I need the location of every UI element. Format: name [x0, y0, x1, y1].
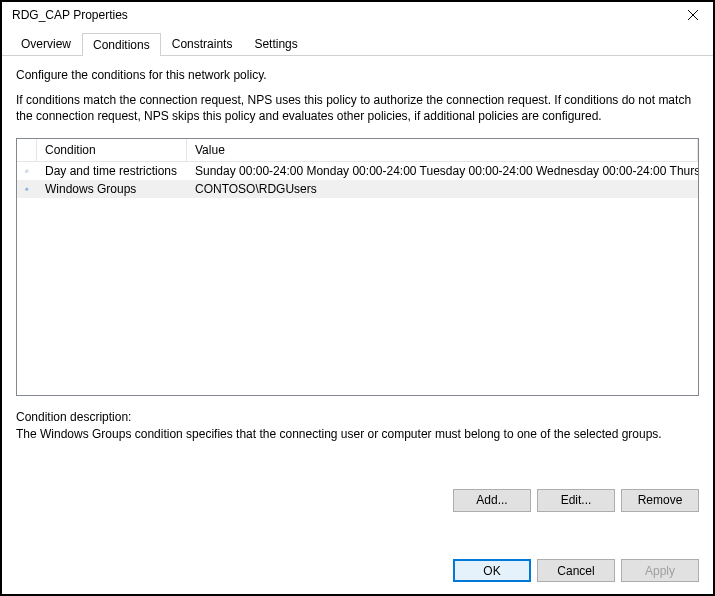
- add-button[interactable]: Add...: [453, 489, 531, 512]
- dialog-footer: OK Cancel Apply: [2, 551, 713, 594]
- remove-button[interactable]: Remove: [621, 489, 699, 512]
- row-value: Sunday 00:00-24:00 Monday 00:00-24:00 Tu…: [187, 164, 698, 178]
- clock-icon: [25, 163, 29, 179]
- tabstrip: Overview Conditions Constraints Settings: [2, 28, 713, 56]
- row-value: CONTOSO\RDGUsers: [187, 182, 698, 196]
- intro-primary: Configure the conditions for this networ…: [16, 68, 699, 82]
- tab-content: Configure the conditions for this networ…: [2, 56, 713, 551]
- svg-point-6: [26, 188, 27, 189]
- edit-button[interactable]: Edit...: [537, 489, 615, 512]
- table-row[interactable]: Day and time restrictions Sunday 00:00-2…: [17, 162, 698, 180]
- close-button[interactable]: [673, 2, 713, 28]
- svg-point-7: [27, 188, 28, 189]
- intro-secondary: If conditions match the connection reque…: [16, 92, 699, 124]
- ok-button[interactable]: OK: [453, 559, 531, 582]
- cancel-button[interactable]: Cancel: [537, 559, 615, 582]
- titlebar: RDG_CAP Properties: [2, 2, 713, 28]
- column-header-value[interactable]: Value: [187, 139, 698, 161]
- column-header-condition[interactable]: Condition: [37, 139, 187, 161]
- window-title: RDG_CAP Properties: [12, 8, 128, 22]
- row-condition: Day and time restrictions: [37, 164, 187, 178]
- column-header-icon[interactable]: [17, 139, 37, 161]
- tab-settings[interactable]: Settings: [243, 32, 308, 55]
- listview-header: Condition Value: [17, 139, 698, 162]
- tab-constraints[interactable]: Constraints: [161, 32, 244, 55]
- description-text: The Windows Groups condition specifies t…: [16, 426, 699, 442]
- group-icon: [25, 181, 29, 197]
- row-condition: Windows Groups: [37, 182, 187, 196]
- tab-conditions[interactable]: Conditions: [82, 33, 161, 56]
- condition-button-row: Add... Edit... Remove: [16, 489, 699, 512]
- tab-overview[interactable]: Overview: [10, 32, 82, 55]
- description-label: Condition description:: [16, 410, 699, 424]
- svg-rect-5: [25, 172, 27, 173]
- table-row[interactable]: Windows Groups CONTOSO\RDGUsers: [17, 180, 698, 198]
- listview-body: Day and time restrictions Sunday 00:00-2…: [17, 162, 698, 395]
- conditions-listview[interactable]: Condition Value Day and time restriction…: [16, 138, 699, 396]
- row-icon: [17, 163, 37, 179]
- row-icon: [17, 181, 37, 197]
- close-icon: [687, 9, 699, 21]
- apply-button[interactable]: Apply: [621, 559, 699, 582]
